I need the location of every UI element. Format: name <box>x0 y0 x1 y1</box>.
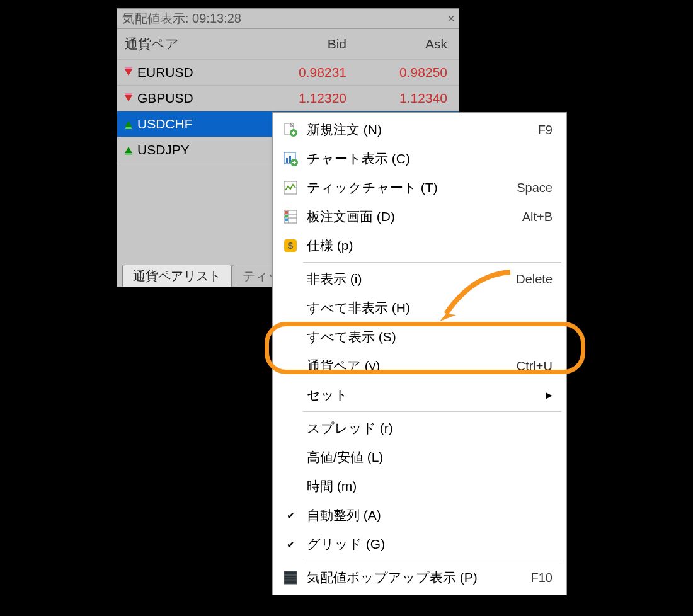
menu-item[interactable]: 高値/安値 (L) <box>274 443 565 472</box>
close-icon[interactable]: × <box>447 11 455 26</box>
menu-label: 板注文画面 (D) <box>303 208 522 225</box>
menu-item[interactable]: 新規注文 (N)F9 <box>274 115 565 144</box>
menu-label: セット <box>303 386 546 404</box>
ask-price: 0.98250 <box>353 65 459 80</box>
menu-label: スプレッド (r) <box>303 419 553 437</box>
check-icon: ✔ <box>278 510 303 522</box>
menu-label: 非表示 (i) <box>303 270 516 288</box>
menu-label: すべて非表示 (H) <box>303 299 553 317</box>
chart-plus-icon <box>278 151 303 166</box>
menu-label: 通貨ペア (y) <box>303 357 517 375</box>
menu-item[interactable]: $仕様 (p) <box>274 231 565 260</box>
spec-icon: $ <box>278 238 303 253</box>
menu-item[interactable]: 通貨ペア (y)Ctrl+U <box>274 351 565 380</box>
panel-tabs: 通貨ペアリスト ティッ <box>122 265 291 287</box>
svg-text:$: $ <box>288 240 294 251</box>
symbol-name: GBPUSD <box>137 91 193 106</box>
header-bid: Bid <box>252 37 353 52</box>
arrow-down-icon <box>125 95 132 101</box>
tick-icon <box>278 180 303 195</box>
doc-plus-icon <box>278 122 303 137</box>
menu-item[interactable]: ティックチャート (T)Space <box>274 173 565 202</box>
market-watch-titlebar[interactable]: 気配値表示: 09:13:28 × <box>117 9 459 28</box>
menu-item[interactable]: ✔グリッド (G) <box>274 530 565 559</box>
menu-shortcut: Ctrl+U <box>517 359 553 374</box>
symbol-name: USDCHF <box>137 117 193 132</box>
ask-price: 1.12340 <box>353 91 459 106</box>
symbol-name: USDJPY <box>137 142 190 157</box>
market-watch-header[interactable]: 通貨ペア Bid Ask <box>117 28 459 60</box>
menu-item[interactable]: すべて表示 (S) <box>274 322 565 351</box>
submenu-arrow-icon: ▶ <box>546 390 553 400</box>
menu-shortcut: F10 <box>531 571 553 585</box>
tab-symbol-list[interactable]: 通貨ペアリスト <box>122 265 232 287</box>
bid-price: 1.12320 <box>252 91 353 106</box>
menu-separator <box>303 561 561 561</box>
menu-shortcut: F9 <box>538 123 553 137</box>
dom-icon <box>278 209 303 224</box>
check-icon: ✔ <box>278 539 303 550</box>
menu-shortcut: Alt+B <box>522 210 553 224</box>
symbol-name: EURUSD <box>137 65 193 80</box>
menu-label: 仕様 (p) <box>303 237 553 254</box>
symbol-row[interactable]: EURUSD0.982310.98250 <box>117 60 459 86</box>
header-pair: 通貨ペア <box>117 35 252 53</box>
menu-label: 気配値ポップアップ表示 (P) <box>303 569 531 586</box>
menu-shortcut: Space <box>517 181 553 195</box>
svg-rect-12 <box>285 215 288 217</box>
menu-label: 自動整列 (A) <box>303 506 553 524</box>
menu-item[interactable]: 時間 (m) <box>274 472 565 501</box>
menu-item[interactable]: ✔自動整列 (A) <box>274 501 565 530</box>
menu-item[interactable]: スプレッド (r) <box>274 414 565 443</box>
menu-item[interactable]: 板注文画面 (D)Alt+B <box>274 202 565 231</box>
menu-item[interactable]: 非表示 (i)Delete <box>274 265 565 294</box>
menu-separator <box>303 411 561 412</box>
arrow-down-icon <box>125 69 132 76</box>
symbol-row[interactable]: GBPUSD1.123201.12340 <box>117 86 459 111</box>
menu-shortcut: Delete <box>516 272 553 287</box>
context-menu: 新規注文 (N)F9チャート表示 (C)ティックチャート (T)Space板注文… <box>272 112 567 595</box>
arrow-up-icon <box>125 121 132 127</box>
menu-item[interactable]: セット▶ <box>274 380 565 409</box>
menu-label: すべて表示 (S) <box>303 328 553 346</box>
arrow-up-icon <box>125 147 132 153</box>
header-ask: Ask <box>353 37 459 52</box>
menu-label: 時間 (m) <box>303 477 553 495</box>
menu-label: 新規注文 (N) <box>303 121 538 139</box>
svg-rect-3 <box>286 158 288 163</box>
popup-icon <box>278 570 303 585</box>
svg-rect-13 <box>285 219 288 221</box>
menu-label: グリッド (G) <box>303 535 553 553</box>
menu-separator <box>303 262 561 263</box>
menu-item[interactable]: 気配値ポップアップ表示 (P)F10 <box>274 563 565 592</box>
menu-label: チャート表示 (C) <box>303 150 553 168</box>
menu-item[interactable]: チャート表示 (C) <box>274 144 565 173</box>
svg-rect-11 <box>285 211 288 214</box>
bid-price: 0.98231 <box>252 65 353 80</box>
menu-item[interactable]: すべて非表示 (H) <box>274 294 565 322</box>
market-watch-title: 気配値表示: 09:13:28 <box>122 10 241 27</box>
menu-label: ティックチャート (T) <box>303 179 517 197</box>
menu-label: 高値/安値 (L) <box>303 448 553 466</box>
